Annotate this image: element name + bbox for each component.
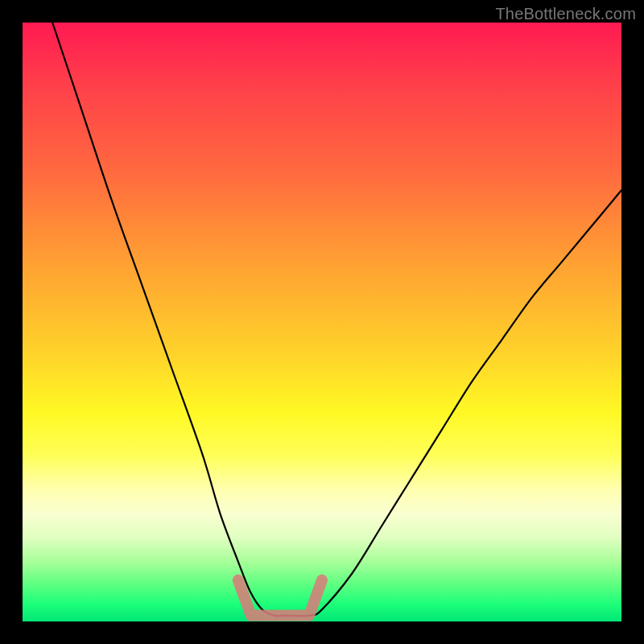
chart-frame: TheBottleneck.com [0,0,644,644]
chart-svg [23,23,621,621]
optimal-range-marker-icon [238,580,322,616]
chart-plot-area [23,23,621,621]
bottleneck-curve [52,23,621,616]
watermark-label: TheBottleneck.com [495,5,636,23]
